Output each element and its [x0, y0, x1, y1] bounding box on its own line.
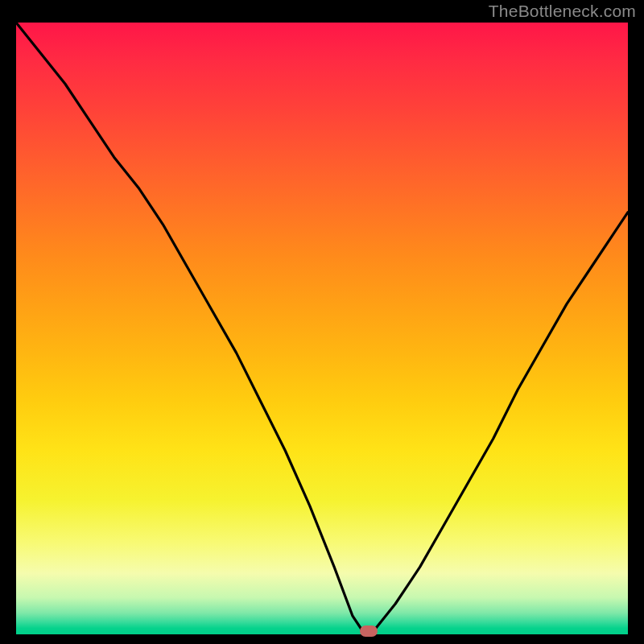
watermark-text: TheBottleneck.com	[489, 2, 636, 21]
curve-line	[16, 23, 628, 634]
chart-frame: TheBottleneck.com	[0, 0, 644, 644]
bottleneck-curve	[16, 23, 628, 634]
minimum-marker	[360, 625, 378, 637]
plot-area	[16, 23, 628, 634]
